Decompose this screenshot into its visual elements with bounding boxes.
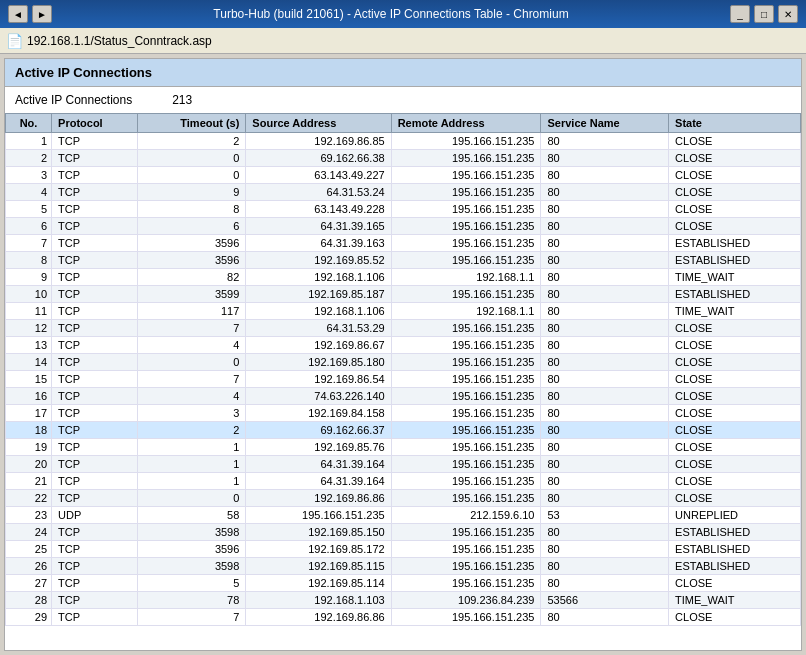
table-row: 13TCP4192.169.86.67195.166.151.23580CLOS… — [6, 337, 801, 354]
address-text: 192.168.1.1/Status_Conntrack.asp — [27, 34, 212, 48]
table-row: 2TCP069.162.66.38195.166.151.23580CLOSE — [6, 150, 801, 167]
table-row: 26TCP3598192.169.85.115195.166.151.23580… — [6, 558, 801, 575]
stats-label: Active IP Connections — [15, 93, 132, 107]
window-title: Turbo-Hub (build 21061) - Active IP Conn… — [52, 7, 730, 21]
table-row: 20TCP164.31.39.164195.166.151.23580CLOSE — [6, 456, 801, 473]
col-header-timeout: Timeout (s) — [138, 114, 246, 133]
table-row: 6TCP664.31.39.165195.166.151.23580CLOSE — [6, 218, 801, 235]
table-row: 7TCP359664.31.39.163195.166.151.23580EST… — [6, 235, 801, 252]
table-row: 19TCP1192.169.85.76195.166.151.23580CLOS… — [6, 439, 801, 456]
table-row: 18TCP269.162.66.37195.166.151.23580CLOSE — [6, 422, 801, 439]
table-row: 17TCP3192.169.84.158195.166.151.23580CLO… — [6, 405, 801, 422]
title-bar-controls-left[interactable]: ◄ ► — [8, 5, 52, 23]
table-row: 23UDP58195.166.151.235212.159.6.1053UNRE… — [6, 507, 801, 524]
table-row: 3TCP063.143.49.227195.166.151.23580CLOSE — [6, 167, 801, 184]
table-row: 10TCP3599192.169.85.187195.166.151.23580… — [6, 286, 801, 303]
table-row: 12TCP764.31.53.29195.166.151.23580CLOSE — [6, 320, 801, 337]
col-header-state: State — [669, 114, 801, 133]
close-button[interactable]: ✕ — [778, 5, 798, 23]
stats-value: 213 — [172, 93, 192, 107]
connections-table: No. Protocol Timeout (s) Source Address … — [5, 113, 801, 626]
table-row: 29TCP7192.169.86.86195.166.151.23580CLOS… — [6, 609, 801, 626]
page-header: Active IP Connections — [5, 59, 801, 87]
col-header-no: No. — [6, 114, 52, 133]
table-row: 11TCP117192.168.1.106192.168.1.180TIME_W… — [6, 303, 801, 320]
table-row: 22TCP0192.169.86.86195.166.151.23580CLOS… — [6, 490, 801, 507]
minimize-button[interactable]: _ — [730, 5, 750, 23]
table-row: 27TCP5192.169.85.114195.166.151.23580CLO… — [6, 575, 801, 592]
col-header-remote: Remote Address — [391, 114, 541, 133]
page-icon: 📄 — [6, 33, 23, 49]
table-row: 16TCP474.63.226.140195.166.151.23580CLOS… — [6, 388, 801, 405]
back-button[interactable]: ◄ — [8, 5, 28, 23]
content-area: Active IP Connections Active IP Connecti… — [4, 58, 802, 651]
table-row: 8TCP3596192.169.85.52195.166.151.23580ES… — [6, 252, 801, 269]
title-bar-controls-right[interactable]: _ □ ✕ — [730, 5, 798, 23]
table-row: 5TCP863.143.49.228195.166.151.23580CLOSE — [6, 201, 801, 218]
table-row: 21TCP164.31.39.164195.166.151.23580CLOSE — [6, 473, 801, 490]
table-row: 15TCP7192.169.86.54195.166.151.23580CLOS… — [6, 371, 801, 388]
address-bar: 📄 192.168.1.1/Status_Conntrack.asp — [0, 28, 806, 54]
table-row: 25TCP3596192.169.85.172195.166.151.23580… — [6, 541, 801, 558]
stats-row: Active IP Connections 213 — [5, 87, 801, 113]
table-row: 9TCP82192.168.1.106192.168.1.180TIME_WAI… — [6, 269, 801, 286]
table-row: 24TCP3598192.169.85.150195.166.151.23580… — [6, 524, 801, 541]
forward-button[interactable]: ► — [32, 5, 52, 23]
table-row: 14TCP0192.169.85.180195.166.151.23580CLO… — [6, 354, 801, 371]
col-header-service: Service Name — [541, 114, 669, 133]
table-row: 1TCP2192.169.86.85195.166.151.23580CLOSE — [6, 133, 801, 150]
table-header-row: No. Protocol Timeout (s) Source Address … — [6, 114, 801, 133]
table-row: 4TCP964.31.53.24195.166.151.23580CLOSE — [6, 184, 801, 201]
col-header-source: Source Address — [246, 114, 391, 133]
title-bar: ◄ ► Turbo-Hub (build 21061) - Active IP … — [0, 0, 806, 28]
maximize-button[interactable]: □ — [754, 5, 774, 23]
col-header-protocol: Protocol — [52, 114, 138, 133]
table-row: 28TCP78192.168.1.103109.236.84.23953566T… — [6, 592, 801, 609]
